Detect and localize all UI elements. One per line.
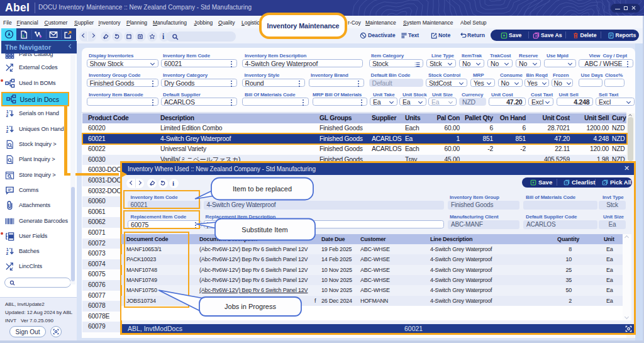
svg-text:z: z <box>6 128 8 134</box>
svg-text:Item to be replaced: Item to be replaced <box>233 185 292 193</box>
svg-text:Substitute Item: Substitute Item <box>242 226 287 233</box>
svg-text:Jobs in Progress: Jobs in Progress <box>225 303 276 310</box>
svg-text:z: z <box>6 250 8 256</box>
svg-text:z: z <box>6 113 8 118</box>
